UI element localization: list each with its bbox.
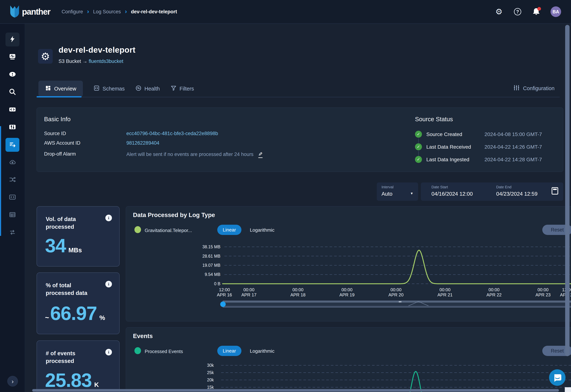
info-row-label: AWS Account ID — [44, 140, 81, 146]
status-connector — [418, 139, 419, 143]
scale-logarithmic-button[interactable]: Logarithmic — [250, 348, 274, 354]
user-avatar[interactable]: BA — [551, 6, 561, 17]
basic-info-panel: Basic Info Source Status Source IDecc407… — [37, 108, 563, 172]
scale-logarithmic-button[interactable]: Logarithmic — [250, 227, 274, 233]
info-row-value: 981262289404 — [126, 140, 159, 146]
code-icon — [8, 106, 16, 114]
stat-card-title: # of events processed — [46, 350, 100, 365]
settings-gear-icon[interactable]: ⚙ — [495, 7, 503, 16]
source-type-icon: ⚙ — [38, 49, 53, 64]
logo-text: panther — [22, 7, 50, 17]
chart-plot: 30k25k20k15k — [126, 359, 571, 392]
interval-label: Interval — [382, 185, 394, 189]
sidebar-item-data-flow[interactable] — [5, 173, 19, 187]
brush-minimap — [223, 301, 571, 306]
bucket-link[interactable]: fluentds3bucket — [89, 58, 123, 64]
app-root: panther Configure›Log Sources›dev-rel-de… — [0, 0, 571, 392]
alert-icon — [8, 70, 16, 79]
info-icon[interactable]: i — [105, 281, 112, 287]
tab-health[interactable]: Health — [135, 85, 160, 93]
sliders-icon — [8, 123, 16, 131]
sidebar-item-log-sources[interactable] — [5, 138, 19, 152]
chevron-right-icon: › — [87, 11, 89, 12]
info-icon[interactable]: i — [105, 349, 112, 355]
svg-text:9.54 MB: 9.54 MB — [205, 272, 220, 277]
tab-overview[interactable]: Overview — [38, 81, 83, 97]
chevron-right-icon: › — [125, 11, 127, 12]
scale-linear-button[interactable]: Linear — [217, 346, 242, 356]
sidebar-item-table[interactable] — [5, 208, 19, 222]
health-pulse-icon — [135, 85, 142, 93]
svg-text:00:00APR 20: 00:00APR 20 — [388, 287, 404, 297]
date-end-value: 04/23/2024 12:59 — [496, 191, 538, 197]
status-value: 2024-04-22 14:28 GMT-7 — [485, 157, 542, 163]
tabs: OverviewSchemasHealthFilters — [38, 81, 194, 97]
tab-label: Schemas — [103, 86, 125, 92]
top-bar: panther Configure›Log Sources›dev-rel-de… — [0, 0, 571, 24]
tab-label: Filters — [180, 86, 194, 92]
sidebar-icons — [0, 24, 25, 243]
configuration-sliders-icon — [513, 84, 520, 92]
stat-value: 34 — [45, 235, 66, 257]
edit-pencil-icon[interactable]: ✎ — [258, 151, 262, 158]
status-label: Last Data Received — [426, 144, 471, 150]
chart-plot: 38.15 MB28.61 MB19.07 MB9.54 MB0 B12:00A… — [126, 242, 571, 301]
svg-text:28.61 MB: 28.61 MB — [202, 254, 220, 259]
scale-linear-button[interactable]: Linear — [217, 225, 242, 235]
help-icon[interactable]: ? — [513, 7, 522, 16]
chat-bubble-button[interactable] — [549, 369, 566, 386]
scrollbar-corner — [565, 387, 571, 392]
stat-unit: K — [94, 381, 99, 388]
page-subtitle: S3 Bucket → fluentds3bucket — [58, 58, 123, 64]
vertical-scrollbar-thumb[interactable] — [565, 25, 570, 356]
svg-text:00:00APR 21: 00:00APR 21 — [438, 287, 453, 297]
interval-select[interactable]: Interval Auto ▼ — [377, 182, 418, 201]
sidebar-item-alert[interactable] — [5, 68, 19, 82]
sidebar-item-code-window[interactable] — [5, 191, 19, 204]
info-row-value: Alert will be sent if no events are proc… — [126, 151, 262, 158]
tab-schemas[interactable]: Schemas — [93, 85, 125, 93]
status-check-icon: ✓ — [415, 131, 422, 138]
calendar-icon[interactable] — [552, 187, 558, 195]
stat-card-value-row: 34MBs — [45, 235, 82, 257]
arrow-glyph: → — [83, 58, 87, 64]
status-label: Source Created — [426, 131, 462, 137]
stat-value-prefix: ~ — [45, 314, 49, 322]
sidebar-expand-button[interactable]: › — [7, 376, 18, 387]
sidebar-item-cloud-shield[interactable] — [5, 155, 19, 169]
horizontal-scrollbar-thumb[interactable] — [32, 389, 559, 392]
sidebar-item-code[interactable] — [5, 103, 19, 117]
breadcrumb-item[interactable]: Log Sources — [93, 9, 121, 15]
stat-value: 66.97 — [50, 302, 97, 324]
legend-dot — [134, 226, 141, 233]
basic-info-title: Basic Info — [44, 116, 71, 123]
info-icon[interactable]: i — [105, 215, 112, 221]
chart-title: Data Processed by Log Type — [133, 211, 215, 219]
notifications-bell-icon[interactable] — [532, 7, 541, 16]
sidebar-item-sliders[interactable] — [5, 120, 19, 134]
breadcrumb-item: dev-rel-dev-teleport — [131, 9, 177, 15]
swap-icon — [8, 229, 16, 237]
legend-label[interactable]: Processed Events — [145, 349, 183, 354]
chart-zoom-brush[interactable] — [223, 301, 571, 308]
sidebar-item-flash[interactable] — [5, 33, 19, 46]
configuration-button[interactable]: Configuration — [513, 84, 555, 92]
legend-label[interactable]: Gravitational.Telepor... — [145, 228, 192, 233]
sidebar-item-monitor-pulse[interactable] — [5, 50, 19, 64]
source-status-title: Source Status — [415, 116, 453, 123]
breadcrumb-item[interactable]: Configure — [62, 9, 83, 15]
tab-filters[interactable]: Filters — [171, 85, 194, 93]
sidebar-item-swap[interactable] — [5, 226, 19, 239]
stat-card: % of total processed datai~66.97% — [37, 272, 120, 334]
status-check-icon: ✓ — [415, 156, 422, 163]
sidebar-item-search[interactable] — [5, 85, 19, 99]
date-start-value: 04/16/2024 12:00 — [431, 191, 473, 197]
panther-logo[interactable]: panther — [9, 4, 50, 19]
chart-card-data-processed: Data Processed by Log TypeGravitational.… — [126, 206, 571, 322]
stat-card-title: % of total processed data — [46, 281, 100, 297]
sidebar-section-accent — [0, 126, 1, 236]
svg-text:25k: 25k — [207, 370, 214, 375]
date-range-picker[interactable]: Date Start 04/16/2024 12:00 Date End 04/… — [421, 182, 563, 201]
brush-handle-left[interactable] — [220, 302, 226, 307]
svg-text:12:00APR 16: 12:00APR 16 — [217, 287, 232, 297]
